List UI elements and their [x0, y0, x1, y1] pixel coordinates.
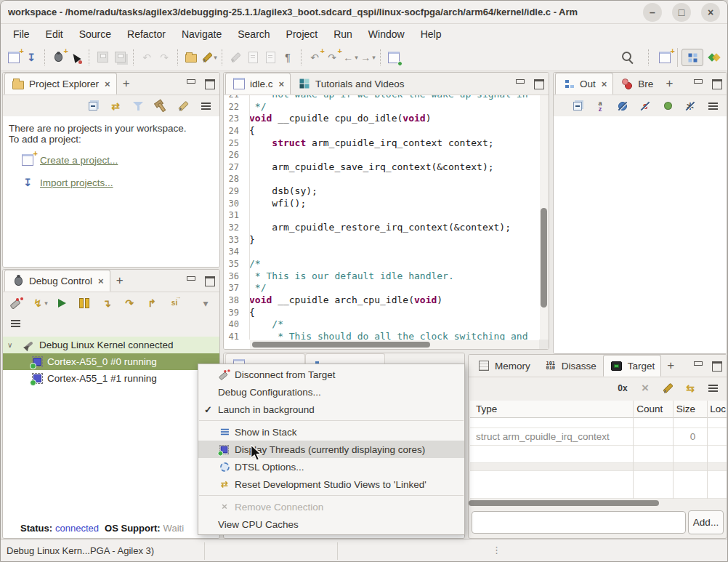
menu-item-disconnect-from-target[interactable]: Disconnect from Target: [198, 366, 464, 383]
menu-source[interactable]: Source: [71, 24, 119, 44]
view-menu-icon[interactable]: [8, 316, 23, 331]
view-menu-icon[interactable]: [197, 97, 214, 115]
minimize-view-button[interactable]: [515, 79, 525, 87]
more-tools-icon[interactable]: ▾: [197, 294, 214, 312]
tab-target[interactable]: Target: [603, 355, 662, 377]
new-wizard-icon[interactable]: +: [5, 49, 23, 66]
table-row[interactable]: [470, 471, 727, 499]
perspective-debug-button[interactable]: [682, 49, 703, 66]
line-number[interactable]: 26: [224, 149, 246, 161]
line-number[interactable]: 30: [224, 198, 246, 210]
table-row[interactable]: [470, 418, 727, 428]
line-number[interactable]: 27: [224, 161, 246, 174]
line-number[interactable]: 21: [224, 95, 246, 101]
save-icon[interactable]: [94, 49, 111, 66]
line-number[interactable]: 36: [224, 270, 246, 283]
line-number[interactable]: 35: [224, 258, 246, 270]
expression-input[interactable]: [472, 511, 686, 534]
scrollbar-thumb[interactable]: [469, 500, 659, 506]
import-icon[interactable]: ↧: [23, 49, 40, 66]
minimize-view-button[interactable]: [693, 361, 703, 369]
step-instruction-icon[interactable]: [166, 294, 183, 312]
link-with-editor-icon[interactable]: ⇄: [107, 97, 124, 115]
search-icon[interactable]: [619, 49, 636, 66]
code-editor[interactable]: 21 not wake up if we block the wake up s…: [224, 95, 549, 349]
next-edit-location-icon[interactable]: ↷+: [323, 49, 341, 66]
highlight-icon[interactable]: [659, 380, 676, 397]
column-header-type[interactable]: Type: [470, 404, 631, 414]
tab-memory[interactable]: Memory: [470, 355, 537, 377]
new-view-button[interactable]: +: [117, 73, 136, 95]
menu-file[interactable]: File: [5, 24, 38, 44]
clean-icon[interactable]: [174, 97, 192, 115]
view-menu-icon[interactable]: [704, 97, 721, 115]
menu-item-reset-development-studio-views-to-linked[interactable]: ⇄Reset Development Studio Views to 'Link…: [198, 475, 464, 493]
continue-icon[interactable]: [53, 294, 70, 312]
hide-fields-icon[interactable]: [614, 97, 631, 115]
menu-item-display-threads-currently-displaying-cores[interactable]: Display Threads (currently displaying co…: [198, 441, 464, 458]
line-number[interactable]: 37: [224, 282, 246, 294]
previous-edit-location-icon[interactable]: ↶+: [306, 49, 323, 66]
attach-debugger-icon[interactable]: [67, 49, 84, 66]
scrollbar-thumb[interactable]: [252, 342, 430, 348]
workspace-link[interactable]: +Create a project...: [20, 153, 214, 167]
maximize-view-button[interactable]: [205, 276, 214, 284]
new-view-button[interactable]: +: [660, 73, 679, 95]
line-number[interactable]: 22: [224, 101, 246, 113]
menu-run[interactable]: Run: [325, 24, 360, 44]
menu-item-show-in-stack[interactable]: Show in Stack: [198, 423, 464, 441]
line-number[interactable]: 28: [224, 173, 246, 185]
link-label[interactable]: Create a project...: [40, 155, 118, 166]
close-icon[interactable]: ×: [98, 276, 104, 286]
menu-item-dtsl-options[interactable]: DTSL Options...: [198, 458, 464, 475]
line-number[interactable]: 31: [224, 209, 246, 222]
debug-tree-row[interactable]: ∨Debug Linux Kernel connected: [3, 337, 219, 353]
new-view-button[interactable]: +: [110, 270, 129, 292]
line-number[interactable]: 40: [224, 318, 246, 331]
line-number[interactable]: 33: [224, 234, 246, 246]
minimize-view-button[interactable]: [186, 79, 195, 87]
table-row[interactable]: struct arm_cpuidle_irq_context0: [470, 428, 727, 446]
view-menu-icon[interactable]: [704, 380, 721, 397]
highlighter-icon[interactable]: ▾: [200, 49, 217, 66]
hide-static-icon[interactable]: [636, 97, 654, 115]
filter-icon[interactable]: [129, 97, 147, 115]
collapse-all-icon[interactable]: [569, 97, 586, 115]
hex-format-button[interactable]: 0x: [614, 380, 631, 397]
expander-icon[interactable]: ∨: [7, 341, 16, 349]
debug-configurations-icon[interactable]: +: [49, 49, 67, 66]
template-doc-icon[interactable]: [262, 49, 279, 66]
scrollbar-thumb[interactable]: [541, 208, 547, 308]
tab-out[interactable]: Out×: [555, 73, 613, 95]
close-button[interactable]: ×: [701, 3, 720, 22]
build-icon[interactable]: [152, 97, 169, 115]
step-return-icon[interactable]: ↱: [143, 294, 161, 312]
menu-item-debug-configurations[interactable]: Debug Configurations...: [198, 383, 464, 401]
menu-edit[interactable]: Edit: [38, 24, 71, 44]
maximize-button[interactable]: □: [672, 3, 691, 22]
line-number[interactable]: 32: [224, 222, 246, 234]
menu-navigate[interactable]: Navigate: [174, 24, 230, 44]
menu-help[interactable]: Help: [413, 24, 450, 44]
hide-non-public-icon[interactable]: [682, 97, 699, 115]
debug-tree-row[interactable]: Cortex-A55_1 #1 running: [3, 370, 219, 387]
step-into-icon[interactable]: ↴: [98, 294, 116, 312]
open-perspective-icon[interactable]: +: [656, 49, 674, 66]
new-view-button[interactable]: +: [661, 355, 680, 377]
tab-debug-control[interactable]: Debug Control ×: [4, 270, 110, 292]
column-header-count[interactable]: Count: [631, 404, 670, 414]
connect-icon[interactable]: ↯▾: [31, 294, 48, 312]
menu-window[interactable]: Window: [360, 24, 413, 44]
title-bar[interactable]: workspace - /home/radu/tasks/agilex3/deb…: [1, 1, 727, 24]
back-icon[interactable]: ←▾: [341, 49, 358, 66]
tab-tutorials-and-videos[interactable]: Tutorials and Videos: [291, 73, 410, 95]
show-members-icon[interactable]: [659, 97, 676, 115]
save-all-icon[interactable]: [111, 49, 129, 66]
perspective-ds-button[interactable]: [703, 49, 725, 66]
maximize-view-button[interactable]: [712, 361, 721, 369]
vertical-scrollbar[interactable]: [540, 95, 549, 340]
line-number[interactable]: 39: [224, 307, 246, 319]
remove-icon[interactable]: ×: [636, 380, 654, 397]
open-resource-icon[interactable]: [182, 49, 200, 66]
pin-editor-icon[interactable]: [385, 49, 403, 66]
